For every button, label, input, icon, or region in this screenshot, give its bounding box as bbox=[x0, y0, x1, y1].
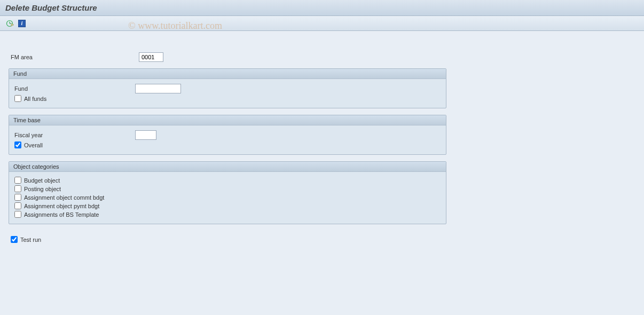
fiscal-year-input[interactable] bbox=[135, 130, 156, 140]
content-area: FM area Fund Fund All funds Time base Fi… bbox=[0, 31, 644, 253]
overall-checkbox[interactable] bbox=[14, 141, 21, 148]
assign-bs-template-row: Assignments of BS Template bbox=[14, 211, 441, 218]
fund-group: Fund Fund All funds bbox=[9, 68, 446, 108]
overall-label: Overall bbox=[24, 142, 43, 148]
all-funds-checkbox[interactable] bbox=[14, 95, 21, 102]
assign-pymt-row: Assignment object pymt bdgt bbox=[14, 202, 441, 209]
fund-input[interactable] bbox=[135, 84, 181, 93]
assign-bs-template-label: Assignments of BS Template bbox=[24, 211, 99, 218]
toolbar: i bbox=[0, 16, 644, 31]
object-categories-group: Object categories Budget object Posting … bbox=[9, 161, 446, 224]
fm-area-row: FM area bbox=[9, 52, 635, 62]
budget-object-checkbox[interactable] bbox=[14, 177, 21, 184]
budget-object-label: Budget object bbox=[24, 177, 60, 184]
assign-commt-label: Assignment object commt bdgt bbox=[24, 194, 104, 201]
posting-object-checkbox[interactable] bbox=[14, 185, 21, 192]
test-run-row: Test run bbox=[11, 236, 635, 243]
fiscal-year-row: Fiscal year bbox=[14, 130, 441, 140]
fiscal-year-label: Fiscal year bbox=[14, 132, 135, 138]
assign-bs-template-checkbox[interactable] bbox=[14, 211, 21, 218]
assign-pymt-label: Assignment object pymt bdgt bbox=[24, 203, 99, 209]
time-base-group: Time base Fiscal year Overall bbox=[9, 115, 446, 155]
assign-pymt-checkbox[interactable] bbox=[14, 202, 21, 209]
posting-object-label: Posting object bbox=[24, 186, 61, 192]
page-title: Delete Budget Structure bbox=[5, 3, 97, 12]
execute-icon[interactable] bbox=[5, 19, 15, 28]
time-base-title: Time base bbox=[9, 115, 446, 125]
fm-area-label: FM area bbox=[11, 54, 139, 60]
fm-area-input[interactable] bbox=[139, 52, 163, 62]
test-run-label: Test run bbox=[20, 237, 41, 243]
posting-object-row: Posting object bbox=[14, 185, 441, 192]
fund-group-title: Fund bbox=[9, 69, 446, 79]
info-icon[interactable]: i bbox=[18, 20, 26, 27]
budget-object-row: Budget object bbox=[14, 177, 441, 184]
all-funds-label: All funds bbox=[24, 96, 46, 102]
assign-commt-row: Assignment object commt bdgt bbox=[14, 194, 441, 201]
all-funds-row: All funds bbox=[14, 95, 441, 102]
fund-label: Fund bbox=[14, 85, 135, 92]
assign-commt-checkbox[interactable] bbox=[14, 194, 21, 201]
title-bar: Delete Budget Structure bbox=[0, 0, 644, 16]
test-run-checkbox[interactable] bbox=[11, 236, 18, 243]
object-categories-title: Object categories bbox=[9, 162, 446, 172]
overall-row: Overall bbox=[14, 141, 441, 148]
fund-field-row: Fund bbox=[14, 84, 441, 93]
